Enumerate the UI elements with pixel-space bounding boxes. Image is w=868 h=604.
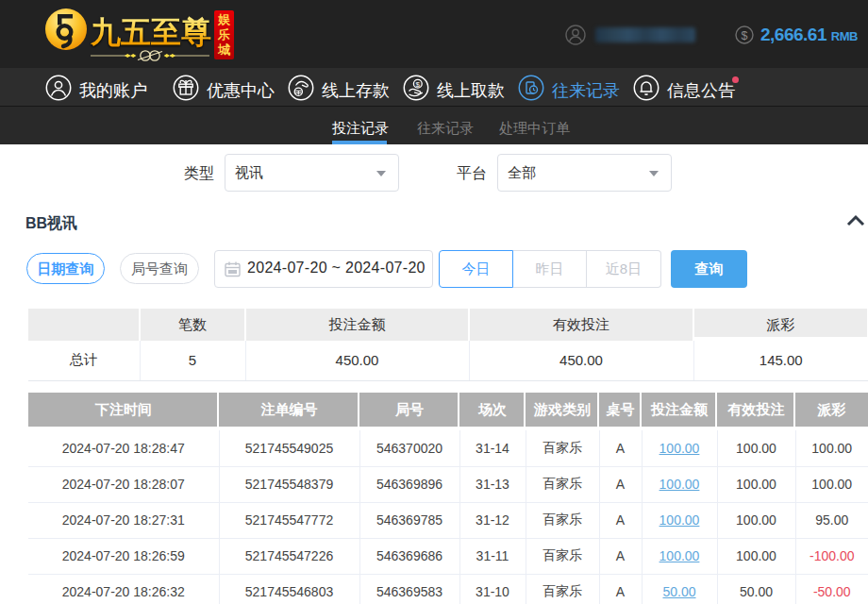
svg-text:$: $ <box>742 29 748 42</box>
svg-text:$: $ <box>416 80 421 89</box>
